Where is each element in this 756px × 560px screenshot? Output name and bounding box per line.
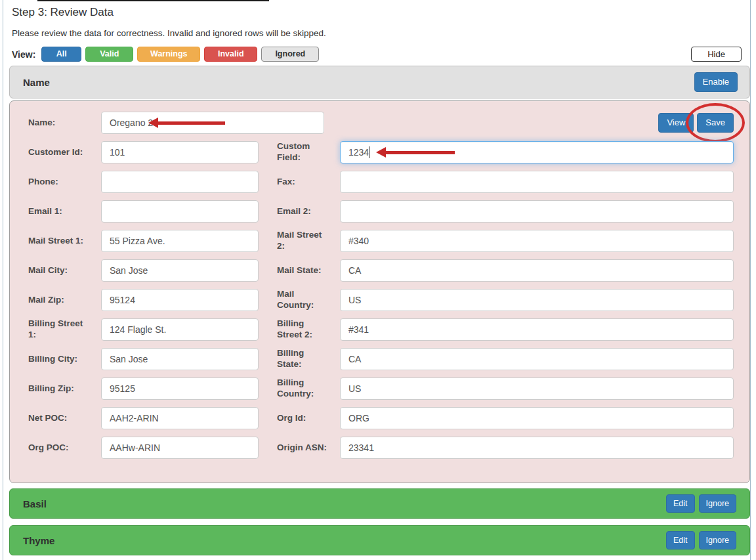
email2-label: Email 2: xyxy=(268,206,331,217)
mail-street1-label: Mail Street 1: xyxy=(19,236,92,247)
mail-city-input[interactable] xyxy=(101,259,259,282)
net-poc-label: Net POC: xyxy=(19,413,92,424)
hide-button[interactable]: Hide xyxy=(691,47,742,62)
billing-country-label: Billing Country: xyxy=(268,377,323,400)
billing-city-input[interactable] xyxy=(101,348,259,370)
filter-all-button[interactable]: All xyxy=(41,47,81,62)
mail-zip-input[interactable] xyxy=(101,289,259,311)
mail-state-label: Mail State: xyxy=(268,265,331,276)
row-title-basil: Basil xyxy=(23,498,47,509)
billing-zip-label: Billing Zip: xyxy=(19,383,92,395)
form-row-phone-fax: Phone: Fax: xyxy=(19,171,734,193)
billing-city-label: Billing City: xyxy=(19,354,92,365)
save-button[interactable]: Save xyxy=(697,113,734,133)
form-row-name: Name: View Save xyxy=(19,112,734,134)
fax-label: Fax: xyxy=(268,177,331,188)
email2-input[interactable] xyxy=(340,200,734,223)
origin-asn-input[interactable] xyxy=(340,437,734,459)
form-row-mail-city-state: Mail City: Mail State: xyxy=(19,259,734,282)
customer-id-input-wrap xyxy=(101,141,259,163)
filter-valid-button[interactable]: Valid xyxy=(85,47,133,62)
phone-input[interactable] xyxy=(101,171,259,193)
ignore-button-thyme[interactable]: Ignore xyxy=(699,531,736,549)
mail-country-label: Mail Country: xyxy=(268,289,331,311)
view-button[interactable]: View xyxy=(658,113,694,133)
org-id-label: Org Id: xyxy=(268,413,331,424)
valid-row-basil: Basil Edit Ignore xyxy=(9,488,750,519)
mail-street2-label: Mail Street 2: xyxy=(268,230,331,252)
name-input[interactable] xyxy=(101,112,324,134)
record-actions: View Save xyxy=(658,113,734,133)
ignore-button-basil[interactable]: Ignore xyxy=(699,494,736,513)
billing-state-label: Billing State: xyxy=(268,348,331,370)
filter-warnings-button[interactable]: Warnings xyxy=(137,47,200,62)
filter-invalid-button[interactable]: Invalid xyxy=(204,47,257,62)
customer-id-label: Customer Id: xyxy=(19,147,92,158)
row-actions-basil: Edit Ignore xyxy=(666,494,736,513)
phone-label: Phone: xyxy=(19,177,92,188)
name-section-header: Name Enable xyxy=(9,66,750,98)
fax-input[interactable] xyxy=(340,171,734,193)
mail-country-input[interactable] xyxy=(340,289,734,311)
name-section-title: Name xyxy=(23,77,50,88)
name-field-label: Name: xyxy=(19,118,92,129)
page-title: Step 3: Review Data xyxy=(9,0,750,19)
form-row-orgpoc-asn: Org POC: Origin ASN: xyxy=(19,437,734,459)
filter-ignored-button[interactable]: Ignored xyxy=(261,47,319,62)
mail-city-label: Mail City: xyxy=(19,265,92,276)
page-subtitle: Please review the data for correctness. … xyxy=(9,19,750,38)
form-row-mail-street: Mail Street 1: Mail Street 2: xyxy=(19,230,734,252)
org-id-input[interactable] xyxy=(340,407,734,429)
billing-country-input[interactable] xyxy=(340,377,734,400)
mail-street1-input[interactable] xyxy=(101,230,259,252)
form-row-netpoc-orgid: Net POC: Org Id: xyxy=(19,407,734,429)
billing-state-input[interactable] xyxy=(340,348,734,370)
email1-label: Email 1: xyxy=(19,206,92,217)
record-edit-panel: Name: View Save Customer Id: Custom Fiel… xyxy=(9,100,750,483)
mail-state-input[interactable] xyxy=(340,259,734,282)
custom-field-input-wrap xyxy=(340,141,734,163)
net-poc-input[interactable] xyxy=(101,407,259,429)
billing-street2-label: Billing Street 2: xyxy=(268,318,323,341)
view-label: View: xyxy=(12,49,35,60)
row-actions-thyme: Edit Ignore xyxy=(666,531,736,549)
name-input-wrap xyxy=(101,112,324,134)
customer-id-input[interactable] xyxy=(101,141,259,163)
org-poc-label: Org POC: xyxy=(19,442,92,454)
view-filter-bar: View: All Valid Warnings Invalid Ignored… xyxy=(12,47,750,62)
form-row-customer-custom: Customer Id: Custom Field: xyxy=(19,141,734,163)
billing-zip-input[interactable] xyxy=(101,377,259,400)
form-row-billing-zip-country: Billing Zip: Billing Country: xyxy=(19,377,734,400)
form-row-emails: Email 1: Email 2: xyxy=(19,200,734,223)
mail-street2-input[interactable] xyxy=(340,230,734,252)
billing-street2-input[interactable] xyxy=(340,318,734,341)
review-data-page: Step 3: Review Data Please review the da… xyxy=(0,0,756,555)
edit-button-thyme[interactable]: Edit xyxy=(666,531,695,549)
save-button-wrap: Save xyxy=(697,113,734,133)
billing-street1-label: Billing Street 1: xyxy=(19,318,89,341)
custom-field-input[interactable] xyxy=(340,141,734,163)
billing-street1-input[interactable] xyxy=(101,318,259,341)
org-poc-input[interactable] xyxy=(101,437,259,459)
edit-button-basil[interactable]: Edit xyxy=(666,494,695,513)
form-row-billing-street: Billing Street 1: Billing Street 2: xyxy=(19,318,734,341)
valid-row-thyme: Thyme Edit Ignore xyxy=(9,525,750,555)
mail-zip-label: Mail Zip: xyxy=(19,295,92,306)
form-row-mail-zip-country: Mail Zip: Mail Country: xyxy=(19,289,734,311)
text-cursor xyxy=(369,146,369,158)
row-title-thyme: Thyme xyxy=(23,535,54,546)
origin-asn-label: Origin ASN: xyxy=(268,442,331,454)
enable-button[interactable]: Enable xyxy=(694,72,738,93)
custom-field-label: Custom Field: xyxy=(268,141,323,163)
email1-input[interactable] xyxy=(101,200,259,223)
form-row-billing-city-state: Billing City: Billing State: xyxy=(19,348,734,370)
